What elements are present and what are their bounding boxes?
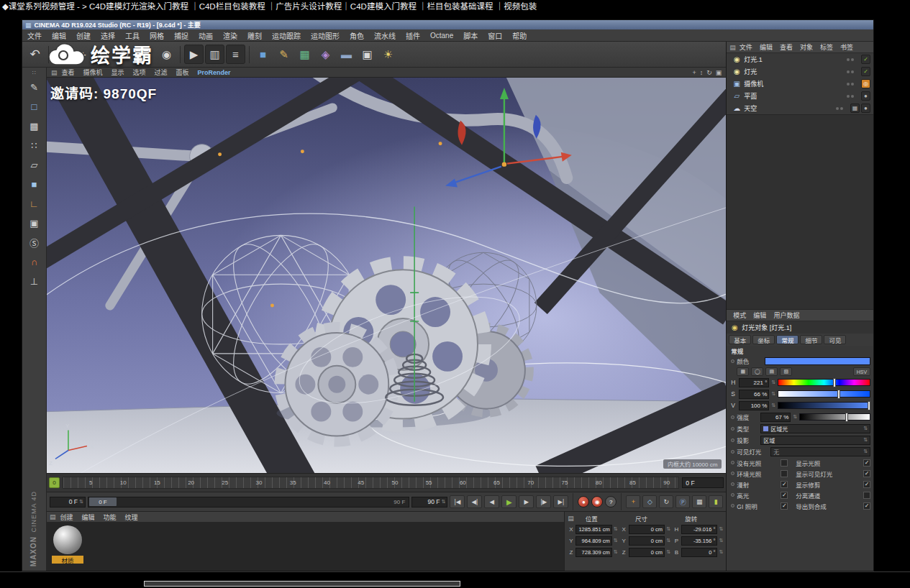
material-tag[interactable]: ●: [861, 91, 870, 101]
spinner-arrows-icon[interactable]: ⇅: [666, 526, 670, 532]
spinner-arrows-icon[interactable]: ⇅: [666, 538, 670, 543]
rotation-key-button[interactable]: ↻: [659, 495, 673, 508]
title-bar[interactable]: ▦ CINEMA 4D R19.024 Studio (RC - R19) - …: [22, 20, 873, 29]
palette-handle-icon[interactable]: ∷: [25, 69, 42, 76]
saturation-value-field[interactable]: 66 %: [739, 390, 769, 399]
timeline-ruler[interactable]: 0 51015202530354045505560657075808590 0 …: [47, 473, 726, 492]
prorender-menu-item[interactable]: ProRender: [194, 69, 235, 76]
spline-pen-button[interactable]: ✎: [274, 45, 294, 64]
section-general[interactable]: 常规: [727, 346, 873, 355]
menu-item[interactable]: 帮助: [507, 30, 532, 41]
animation-dot-icon[interactable]: [731, 359, 734, 363]
frame-spinner[interactable]: 0 F ⇅: [50, 497, 86, 507]
spinner-arrows-icon[interactable]: ⇅: [771, 391, 775, 397]
workplane-button[interactable]: ⊥: [25, 272, 42, 290]
toggle-panel-button[interactable]: ▣: [716, 69, 722, 76]
coordinates-panel-icon[interactable]: ▤: [568, 515, 574, 522]
go-to-next-key-button[interactable]: |▶: [536, 495, 551, 508]
edge-mode-button[interactable]: ▱: [25, 156, 42, 173]
material-panel-icon[interactable]: ▤: [50, 513, 56, 520]
viewport-menu-item[interactable]: 摄像机: [78, 68, 106, 77]
object-name[interactable]: 灯光.1: [744, 55, 763, 64]
intensity-slider[interactable]: [799, 413, 870, 421]
visibility-dots[interactable]: [836, 107, 843, 110]
value-slider[interactable]: [778, 402, 870, 409]
timeline-mode-button[interactable]: ▮: [709, 495, 723, 508]
value-value-field[interactable]: 100 %: [739, 401, 769, 410]
shadow-type-dropdown[interactable]: 区域 ⇅: [760, 436, 870, 445]
animation-dot-icon[interactable]: [731, 415, 734, 419]
animation-dot-icon[interactable]: [731, 504, 734, 507]
go-to-previous-frame-button[interactable]: ◀: [484, 495, 499, 508]
rotation-h-field[interactable]: -29.016 °: [681, 525, 717, 534]
object-name[interactable]: 灯光: [744, 67, 757, 76]
viewport-menu-item[interactable]: 显示: [106, 68, 128, 77]
material-menu-item[interactable]: 功能: [99, 513, 120, 522]
enable-axis-button[interactable]: ∟: [25, 195, 42, 212]
snap-settings-button[interactable]: Ⓢ: [25, 234, 42, 251]
record-active-objects-button[interactable]: ●: [578, 496, 589, 507]
spinner-arrows-icon[interactable]: ⇅: [771, 403, 775, 408]
menu-item[interactable]: 运动图形: [306, 30, 345, 41]
tab-general[interactable]: 常规: [776, 335, 798, 344]
active-camera-tag[interactable]: ◎: [861, 79, 870, 88]
menu-item[interactable]: 插件: [401, 30, 425, 41]
light-type-dropdown[interactable]: 区域光 ⇅: [760, 424, 870, 433]
show-visible-light-checkbox[interactable]: ✓: [863, 470, 870, 477]
object-name[interactable]: 平面: [744, 91, 757, 101]
hue-slider[interactable]: [778, 379, 870, 386]
visible-light-dropdown[interactable]: 无 ⇅: [770, 447, 870, 456]
animation-dot-icon[interactable]: [731, 472, 734, 475]
menu-item[interactable]: 角色: [345, 30, 369, 41]
go-to-start-button[interactable]: |◀: [450, 495, 465, 508]
saturation-slider[interactable]: [778, 390, 870, 398]
color-spectrum-mode-button[interactable]: ▤: [765, 367, 778, 376]
attribute-menu-item[interactable]: 模式: [729, 311, 750, 320]
go-to-previous-key-button[interactable]: ◀|: [467, 495, 482, 508]
position-key-button[interactable]: +: [626, 495, 640, 508]
material-tag[interactable]: ●: [861, 104, 870, 113]
viewport[interactable]: Y X Z 邀请码: 9870QF 内框大约 10000 cm: [47, 78, 726, 473]
size-y-field[interactable]: 0 cm: [629, 536, 665, 546]
spinner-arrows-icon[interactable]: ⇅: [614, 526, 618, 532]
attribute-menu-item[interactable]: 用户数据: [770, 311, 803, 320]
viewport-menu-item[interactable]: 面板: [172, 68, 194, 77]
object-manager-menu-item[interactable]: 对象: [796, 42, 816, 52]
rotate-view-button[interactable]: ↻: [706, 69, 712, 76]
menu-item[interactable]: 选择: [96, 30, 120, 41]
timeline-ticks[interactable]: 51015202530354045505560657075808590: [63, 477, 679, 489]
visibility-dots[interactable]: [847, 58, 854, 61]
spinner-arrows-icon[interactable]: ⇅: [719, 549, 723, 555]
model-mode-button[interactable]: □: [25, 98, 42, 115]
position-x-field[interactable]: 1285.851 cm: [575, 525, 611, 534]
texture-mode-button[interactable]: ▩: [25, 117, 42, 134]
material-menu-item[interactable]: 纹理: [121, 513, 142, 522]
light-object-button[interactable]: ☀: [378, 45, 398, 64]
animation-dot-icon[interactable]: [731, 493, 734, 497]
show-clipping-checkbox[interactable]: ✓: [863, 481, 870, 488]
color-wheel-mode-button[interactable]: ◯: [751, 367, 763, 376]
visibility-dots[interactable]: [847, 95, 854, 98]
add-cube-button[interactable]: ■: [253, 45, 273, 64]
animation-dot-icon[interactable]: [731, 450, 734, 454]
object-manager-menu-item[interactable]: 书签: [837, 42, 857, 52]
export-to-compositing-checkbox[interactable]: ✓: [863, 502, 870, 510]
render-view-button[interactable]: ▶: [184, 45, 204, 64]
object-row-camera[interactable]: ▣ 摄像机 ◎: [727, 78, 873, 90]
color-swatches-mode-button[interactable]: ▦: [737, 367, 749, 376]
material-menu-item[interactable]: 编辑: [77, 513, 99, 522]
viewport-menu-item[interactable]: 选项: [129, 68, 150, 77]
tab-visibility[interactable]: 可见: [824, 335, 846, 344]
animation-dot-icon[interactable]: [731, 438, 734, 442]
visibility-dots[interactable]: [847, 83, 854, 86]
visibility-dots[interactable]: [847, 70, 854, 73]
spinner-arrows-icon[interactable]: ⇅: [719, 526, 723, 532]
floor-object-button[interactable]: ▬: [337, 45, 356, 64]
pan-view-button[interactable]: +: [693, 69, 696, 76]
go-to-end-button[interactable]: ▶|: [553, 495, 568, 508]
object-manager-menu-item[interactable]: 查看: [776, 42, 796, 52]
object-row-light1[interactable]: ◉ 灯光.1 ✓: [727, 53, 873, 65]
viewport-menu-item[interactable]: 过滤: [150, 68, 172, 77]
current-frame-field[interactable]: 0 F: [682, 477, 724, 488]
end-frame-spinner[interactable]: 90 F ⇅: [411, 497, 447, 507]
